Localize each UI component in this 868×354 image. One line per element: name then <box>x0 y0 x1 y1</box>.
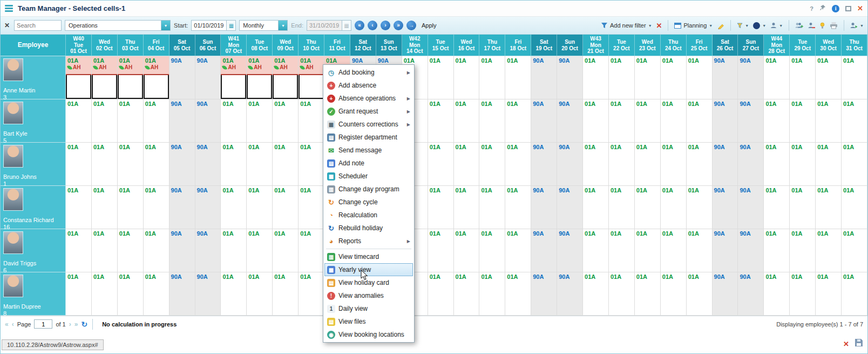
day-cell[interactable]: 01A <box>583 143 609 186</box>
day-cell[interactable]: 01A <box>635 56 661 99</box>
day-cell[interactable]: 01A <box>454 143 480 186</box>
employee-options-button[interactable]: ▼ <box>770 22 783 29</box>
day-cell[interactable]: 01A <box>764 56 790 99</box>
nav-next-button[interactable]: › <box>381 21 390 30</box>
menu-item-add-absence[interactable]: +Add absence <box>324 79 413 92</box>
calendar-icon[interactable]: ▦ <box>226 21 235 30</box>
day-cell[interactable]: 01A <box>144 143 169 186</box>
day-cell[interactable]: 01A <box>583 229 609 272</box>
day-cell[interactable]: 90A <box>557 272 583 316</box>
day-cell[interactable]: 01A <box>764 99 790 143</box>
filter-options-button[interactable]: ▼ <box>737 23 749 29</box>
day-cell[interactable]: 01A <box>764 143 790 186</box>
day-cell[interactable]: 01A <box>66 272 92 316</box>
day-cell[interactable]: 01A <box>454 272 480 316</box>
day-cell[interactable]: 01A <box>816 229 842 272</box>
day-cell[interactable]: 01A <box>247 229 273 272</box>
day-cell[interactable]: 01A <box>609 99 635 143</box>
menu-item-view-timecard[interactable]: ▥View timecard <box>324 250 413 263</box>
day-cell[interactable]: 90A <box>169 272 195 316</box>
day-cell[interactable]: 01A <box>221 143 247 186</box>
menu-item-yearly-view[interactable]: ▦Yearly view <box>324 263 413 276</box>
day-cell[interactable]: 01A <box>479 272 505 316</box>
search-input[interactable] <box>14 20 62 31</box>
day-cell[interactable]: 01A <box>247 186 273 229</box>
day-cell[interactable]: 01A <box>661 186 687 229</box>
department-select[interactable]: Operations ▼ <box>65 20 171 31</box>
day-cell[interactable]: 01A <box>505 229 531 272</box>
day-cell[interactable]: 01A <box>92 272 118 316</box>
day-cell[interactable]: 01A <box>790 272 816 316</box>
day-cell[interactable]: 90A <box>531 56 557 99</box>
day-cell[interactable]: 01A <box>247 272 273 316</box>
menu-item-reports[interactable]: ◕Reports▶ <box>324 235 413 248</box>
day-cell[interactable]: 01A <box>454 56 480 99</box>
day-cell[interactable]: 01A <box>428 99 454 143</box>
day-cell[interactable]: 01A <box>273 143 299 186</box>
day-cell[interactable]: 01A <box>454 186 480 229</box>
planning-select[interactable]: Planning ▼ <box>674 22 713 29</box>
menu-item-counters-corrections[interactable]: ▦Counters corrections▶ <box>324 118 413 131</box>
day-cell[interactable]: 01A <box>842 143 867 186</box>
nav-goto-button[interactable]: → <box>406 21 416 30</box>
day-cell[interactable]: 01A <box>299 229 324 272</box>
day-cell[interactable]: 01A <box>247 143 273 186</box>
day-cell[interactable]: 01A <box>790 186 816 229</box>
day-cell[interactable]: 01A <box>609 186 635 229</box>
menu-item-change-cycle[interactable]: ↻Change cycle <box>324 196 413 209</box>
day-cell[interactable]: 90A <box>169 99 195 143</box>
day-cell[interactable]: 01A <box>454 229 480 272</box>
menu-item-grant-request[interactable]: ✓Grant request▶ <box>324 105 413 118</box>
day-cell[interactable]: 01A <box>144 229 169 272</box>
day-cell[interactable]: 01A <box>609 272 635 316</box>
day-cell[interactable]: 01A <box>790 143 816 186</box>
day-cell[interactable]: 01A <box>66 229 92 272</box>
day-cell[interactable]: 01A <box>221 186 247 229</box>
day-cell[interactable]: 01A <box>454 99 480 143</box>
cancel-icon[interactable]: ✕ <box>843 340 849 348</box>
day-cell[interactable]: 01A <box>273 186 299 229</box>
day-cell[interactable]: 01A <box>144 186 169 229</box>
day-cell[interactable]: 90A <box>557 143 583 186</box>
day-cell[interactable]: 90A <box>169 186 195 229</box>
nav-prev-button[interactable]: ‹ <box>368 21 377 30</box>
day-cell[interactable]: 01A <box>505 272 531 316</box>
help-icon[interactable]: ? <box>810 5 813 12</box>
day-cell[interactable]: 90A <box>557 56 583 99</box>
day-cell[interactable]: 90A <box>557 229 583 272</box>
day-cell[interactable]: 01A <box>661 143 687 186</box>
day-cell[interactable]: 01A <box>816 272 842 316</box>
menu-item-add-note[interactable]: ▤Add note <box>324 157 413 170</box>
day-cell[interactable]: 01A <box>428 56 454 99</box>
menu-item-rebuild-holiday[interactable]: ↻Rebuild holiday <box>324 222 413 235</box>
day-cell[interactable]: 01A <box>609 229 635 272</box>
nav-first-button[interactable]: « <box>355 21 364 30</box>
day-cell[interactable]: 90A <box>713 99 738 143</box>
day-cell[interactable]: 90A <box>531 229 557 272</box>
day-cell[interactable]: 01A <box>764 229 790 272</box>
menu-item-view-holiday-card[interactable]: ▤View holiday card <box>324 276 413 289</box>
day-cell[interactable]: 01A <box>221 229 247 272</box>
day-cell[interactable]: 01A <box>661 99 687 143</box>
day-cell[interactable]: 90A <box>169 56 195 99</box>
menu-item-recalculation[interactable]: ◔Recalculation <box>324 209 413 222</box>
employee-cell[interactable]: Anne Martin3 <box>1 56 66 99</box>
page-prev-button[interactable]: ‹ <box>12 320 14 328</box>
day-cell[interactable]: 01A <box>273 229 299 272</box>
day-cell[interactable]: 01A <box>635 99 661 143</box>
save-icon[interactable] <box>855 338 863 349</box>
day-cell[interactable]: 01AAH <box>66 56 92 99</box>
day-cell[interactable]: 01A <box>505 143 531 186</box>
employee-cell[interactable]: Bart Kyle5 <box>1 99 66 143</box>
day-cell[interactable]: 90A <box>195 99 221 143</box>
day-cell[interactable]: 01A <box>505 186 531 229</box>
page-first-button[interactable]: « <box>5 320 9 328</box>
page-last-button[interactable]: » <box>74 320 78 328</box>
day-cell[interactable]: 90A <box>713 272 738 316</box>
menu-item-add-booking[interactable]: ◷Add booking▶ <box>324 66 413 79</box>
day-cell[interactable]: 01A <box>92 99 118 143</box>
remove-filter-icon[interactable]: ✕ <box>656 22 662 30</box>
day-cell[interactable]: 01A <box>635 229 661 272</box>
day-cell[interactable]: 01A <box>790 56 816 99</box>
day-cell[interactable]: 01A <box>92 143 118 186</box>
